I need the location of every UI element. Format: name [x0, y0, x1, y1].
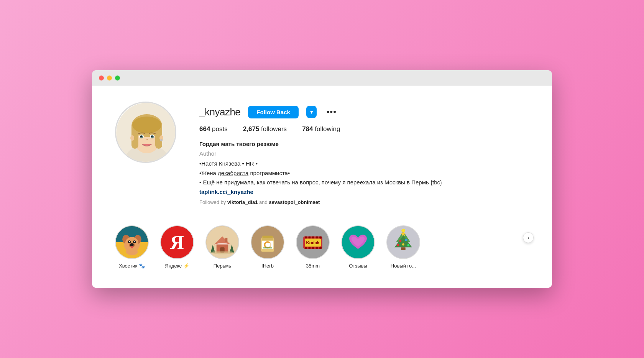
highlight-circle-ny	[386, 225, 420, 259]
highlight-circle-iherb	[251, 225, 284, 259]
svg-point-73	[407, 244, 410, 246]
highlight-label-perm: Перьмь	[214, 263, 231, 269]
username: _knyazhe	[199, 106, 240, 118]
bio-display-name: Гордая мать твоего резюме	[199, 140, 529, 149]
svg-rect-52	[309, 236, 311, 238]
followers-label: followers	[261, 125, 287, 133]
svg-rect-55	[319, 236, 322, 238]
bio-category: Author	[199, 149, 529, 158]
profile-header: _knyazhe Follow Back ▾ ••• 664 posts	[115, 102, 529, 206]
svg-text:Kodak: Kodak	[306, 240, 320, 245]
more-options-button[interactable]: •••	[324, 105, 339, 118]
svg-point-12	[140, 136, 142, 137]
highlight-label-iherb: IHerb	[261, 263, 274, 269]
svg-rect-56	[305, 246, 307, 249]
following-stat[interactable]: 784 following	[302, 125, 340, 133]
highlight-hvostik[interactable]: Хвостик 🐾	[115, 225, 149, 269]
bio-line1: •Настя Князева • HR •	[199, 159, 529, 168]
followed-by: Followed by viktoria_dia1 and sevastopol…	[199, 199, 529, 206]
svg-rect-59	[316, 246, 318, 249]
svg-point-71	[402, 243, 404, 246]
minimize-button[interactable]	[107, 76, 112, 80]
followed-by-prefix: Followed by	[199, 199, 227, 205]
svg-text:Я: Я	[170, 232, 184, 253]
highlight-iherb[interactable]: IHerb	[251, 225, 284, 269]
highlight-label-ny: Новый го...	[391, 263, 416, 269]
svg-rect-47	[268, 243, 271, 247]
ellipsis-icon: •••	[327, 107, 337, 117]
highlight-circle-yandex: Я	[160, 225, 194, 259]
avatar-wrap	[115, 102, 176, 163]
svg-point-7	[132, 117, 161, 133]
highlight-35mm[interactable]: Kodak 35mm	[296, 225, 330, 269]
following-count: 784	[302, 125, 313, 133]
bio-line3: • Ещё не придумала, как отвечать на вопр…	[199, 178, 529, 187]
profile-top-row: _knyazhe Follow Back ▾ •••	[199, 105, 529, 118]
chevron-right-icon: ›	[527, 235, 529, 241]
highlight-ny[interactable]: Новый го...	[386, 225, 420, 269]
followed-by-and: and	[258, 199, 269, 205]
bio-line2-text: •Жена декабриста программиста•	[199, 170, 290, 176]
svg-point-28	[130, 243, 134, 246]
svg-point-70	[405, 239, 407, 241]
bio-section: Гордая мать твоего резюме Author •Настя …	[199, 140, 529, 206]
highlight-yandex[interactable]: Я Яндекс ⚡	[160, 225, 194, 269]
highlight-label-reviews: Отзывы	[349, 263, 367, 269]
highlight-reviews[interactable]: Отзывы	[341, 225, 375, 269]
svg-point-40	[211, 251, 233, 255]
svg-rect-58	[312, 246, 314, 249]
stats-row: 664 posts 2,675 followers 784 following	[199, 125, 529, 133]
svg-rect-51	[305, 236, 307, 238]
svg-rect-60	[319, 246, 322, 249]
svg-point-26	[134, 241, 135, 242]
avatar	[115, 102, 176, 163]
svg-point-30	[126, 248, 138, 255]
highlight-circle-hvostik	[115, 225, 149, 259]
svg-rect-44	[263, 236, 273, 238]
svg-point-16	[160, 139, 163, 141]
chevron-down-icon: ▾	[310, 109, 313, 115]
followers-count: 2,675	[243, 125, 260, 133]
profile-info: _knyazhe Follow Back ▾ ••• 664 posts	[199, 102, 529, 206]
svg-point-72	[397, 244, 399, 246]
highlight-circle-reviews	[341, 225, 375, 259]
browser-window: _knyazhe Follow Back ▾ ••• 664 posts	[92, 70, 552, 288]
followed-by-user2[interactable]: sevastopol_obnimaet	[269, 199, 320, 205]
svg-point-14	[130, 135, 134, 141]
highlight-circle-perm	[205, 225, 239, 259]
dropdown-button[interactable]: ▾	[306, 106, 317, 118]
svg-rect-48	[263, 247, 272, 248]
browser-titlebar	[92, 70, 552, 86]
svg-point-74	[401, 228, 405, 232]
svg-point-69	[399, 240, 402, 242]
svg-rect-57	[309, 246, 311, 249]
close-button[interactable]	[99, 76, 104, 80]
posts-stat[interactable]: 664 posts	[199, 125, 228, 133]
svg-point-25	[129, 241, 130, 242]
followed-by-user1[interactable]: viktoria_dia1	[227, 199, 258, 205]
avatar-image	[116, 103, 176, 163]
svg-rect-37	[225, 238, 228, 242]
bio-link[interactable]: taplink.cc/_knyazhe	[199, 188, 529, 197]
posts-label: posts	[212, 125, 228, 133]
highlight-circle-35mm: Kodak	[296, 225, 330, 259]
highlight-label-yandex: Яндекс ⚡	[165, 263, 189, 269]
posts-count: 664	[199, 125, 210, 133]
highlight-label-hvostik: Хвостик 🐾	[119, 263, 145, 269]
svg-rect-54	[316, 236, 318, 238]
followers-stat[interactable]: 2,675 followers	[243, 125, 287, 133]
bio-line2: •Жена декабриста программиста•	[199, 169, 529, 178]
highlights-next-button[interactable]: ›	[523, 232, 534, 243]
browser-content: _knyazhe Follow Back ▾ ••• 664 posts	[92, 86, 552, 288]
svg-rect-53	[312, 236, 314, 238]
follow-back-button[interactable]: Follow Back	[248, 106, 299, 118]
svg-rect-68	[401, 247, 405, 250]
highlight-perm[interactable]: Перьмь	[205, 225, 239, 269]
following-label: following	[315, 125, 340, 133]
svg-point-13	[151, 136, 153, 137]
highlight-label-35mm: 35mm	[306, 263, 320, 269]
highlights-section: Хвостик 🐾 Я Яндекс ⚡	[115, 222, 529, 269]
maximize-button[interactable]	[115, 76, 120, 80]
